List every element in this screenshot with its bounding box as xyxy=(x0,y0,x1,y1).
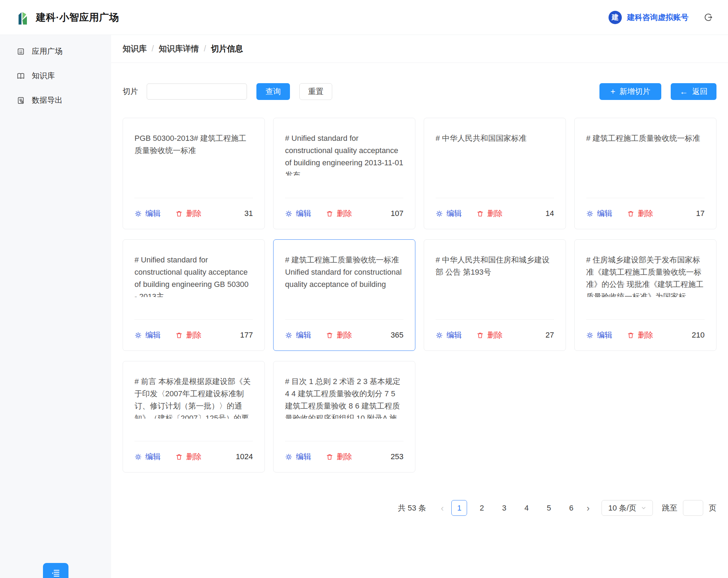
sidebar-item-app-plaza[interactable]: 应用广场 xyxy=(0,39,111,64)
sidebar: 应用广场 知识库 数据导出 xyxy=(0,35,111,578)
page-number[interactable]: 1 xyxy=(451,500,467,516)
delete-button[interactable]: 删除 xyxy=(476,330,503,340)
edit-button[interactable]: 编辑 xyxy=(134,330,161,340)
slice-search-input[interactable] xyxy=(147,84,247,100)
prev-page-button[interactable]: ‹ xyxy=(441,504,444,513)
slice-card[interactable]: # 前言 本标准是根据原建设部《关于印发〈2007年工程建设标准制订、修订计划（… xyxy=(123,361,265,472)
delete-button[interactable]: 删除 xyxy=(175,208,202,219)
edit-button[interactable]: 编辑 xyxy=(134,208,161,219)
account-chip[interactable]: 建 建科咨询虚拟账号 xyxy=(609,11,713,24)
app-title: 建科·小智应用广场 xyxy=(36,11,119,24)
gear-icon xyxy=(586,332,594,339)
page-number[interactable]: 5 xyxy=(544,504,553,513)
trash-icon xyxy=(627,210,634,217)
menu-fold-icon xyxy=(51,568,61,578)
edit-button[interactable]: 编辑 xyxy=(586,208,612,219)
delete-button[interactable]: 删除 xyxy=(627,208,653,219)
edit-button[interactable]: 编辑 xyxy=(436,330,462,340)
delete-button[interactable]: 删除 xyxy=(476,208,503,219)
page-size-select[interactable]: 10 条/页 xyxy=(602,500,653,516)
plus-icon: + xyxy=(610,87,615,96)
slice-count: 107 xyxy=(391,209,403,218)
page-unit-label: 页 xyxy=(709,503,716,513)
edit-button[interactable]: 编辑 xyxy=(134,451,161,462)
edit-button[interactable]: 编辑 xyxy=(285,208,311,219)
card-footer: 编辑 删除 107 xyxy=(285,198,403,229)
breadcrumb: 知识库 / 知识库详情 / 切片信息 xyxy=(111,35,728,63)
slice-text: # Unified standard for constructional qu… xyxy=(134,254,253,297)
slice-card[interactable]: # 建筑工程施工质量验收统一标准 编辑 删除 17 xyxy=(574,118,716,229)
user-name: 建科咨询虚拟账号 xyxy=(627,12,689,23)
gear-icon xyxy=(285,210,292,217)
delete-button[interactable]: 删除 xyxy=(175,451,202,462)
breadcrumb-kb-detail[interactable]: 知识库详情 xyxy=(159,43,199,54)
delete-button[interactable]: 删除 xyxy=(326,208,352,219)
delete-button[interactable]: 删除 xyxy=(326,330,352,340)
app-root: 建科·小智应用广场 建 建科咨询虚拟账号 应用广场 xyxy=(0,0,728,578)
slice-count: 31 xyxy=(245,209,253,218)
slice-card[interactable]: # 中华人民共和国住房和城乡建设部 公告 第193号 编辑 删除 27 xyxy=(424,239,566,351)
trash-icon xyxy=(175,332,183,339)
slice-card[interactable]: PGB 50300-2013# 建筑工程施工质量验收统一标准 编辑 删除 31 xyxy=(123,118,265,229)
slice-card[interactable]: # 中华人民共和国国家标准 编辑 删除 14 xyxy=(424,118,566,229)
gear-icon xyxy=(285,332,292,339)
gear-icon xyxy=(436,332,443,339)
card-footer: 编辑 删除 210 xyxy=(586,320,705,351)
avatar: 建 xyxy=(609,11,622,24)
gear-icon xyxy=(134,453,142,461)
sidebar-collapse-button[interactable] xyxy=(43,563,68,578)
breadcrumb-separator: / xyxy=(204,44,206,53)
slice-text: # 中华人民共和国国家标准 xyxy=(436,132,554,175)
slice-card[interactable]: # 目次 1 总则 2 术语 2 3 基本规定 4 4 建筑工程质量验收的划分 … xyxy=(273,361,415,472)
slice-card[interactable]: # 住房城乡建设部关于发布国家标准《建筑工程施工质量验收统一标准》的公告 现批准… xyxy=(574,239,716,351)
page-number[interactable]: 4 xyxy=(522,504,531,513)
sidebar-item-data-export[interactable]: 数据导出 xyxy=(0,88,111,113)
data-export-icon xyxy=(16,96,25,105)
page-number[interactable]: 3 xyxy=(500,504,509,513)
trash-icon xyxy=(627,332,634,339)
back-button[interactable]: ←返回 xyxy=(671,83,716,100)
breadcrumb-knowledge-base[interactable]: 知识库 xyxy=(123,43,147,54)
sidebar-item-label: 数据导出 xyxy=(32,95,63,106)
trash-icon xyxy=(326,210,333,217)
header: 建科·小智应用广场 建 建科咨询虚拟账号 xyxy=(0,0,728,35)
add-slice-button[interactable]: +新增切片 xyxy=(599,83,661,100)
slice-card[interactable]: # Unified standard for constructional qu… xyxy=(123,239,265,351)
page-number[interactable]: 6 xyxy=(567,504,576,513)
trash-icon xyxy=(175,210,183,217)
jump-to-label: 跳至 xyxy=(662,503,677,513)
card-footer: 编辑 删除 17 xyxy=(586,198,705,229)
slice-text: # 中华人民共和国住房和城乡建设部 公告 第193号 xyxy=(436,254,554,297)
delete-button[interactable]: 删除 xyxy=(326,451,352,462)
slice-text: # 前言 本标准是根据原建设部《关于印发〈2007年工程建设标准制订、修订计划（… xyxy=(134,375,253,419)
sidebar-item-label: 知识库 xyxy=(32,71,55,81)
edit-button[interactable]: 编辑 xyxy=(285,330,311,340)
page-number[interactable]: 2 xyxy=(477,504,486,513)
edit-button[interactable]: 编辑 xyxy=(586,330,612,340)
chevron-down-icon xyxy=(641,505,646,511)
gear-icon xyxy=(134,332,142,339)
edit-button[interactable]: 编辑 xyxy=(436,208,462,219)
toolbar: 切片 查询 重置 +新增切片 ←返回 xyxy=(111,83,728,100)
jump-page-input[interactable] xyxy=(683,500,703,516)
delete-button[interactable]: 删除 xyxy=(175,330,202,340)
card-footer: 编辑 删除 365 xyxy=(285,320,403,351)
delete-button[interactable]: 删除 xyxy=(627,330,653,340)
next-page-button[interactable]: › xyxy=(587,504,590,513)
edit-button[interactable]: 编辑 xyxy=(285,451,311,462)
slice-count: 14 xyxy=(546,209,554,218)
slice-count: 365 xyxy=(391,331,403,340)
trash-icon xyxy=(326,453,333,461)
logout-icon[interactable] xyxy=(703,13,713,22)
pagination: 共 53 条 ‹ 1 2 3 4 5 6 › 10 条/页 跳至 页 xyxy=(123,500,716,516)
slice-card[interactable]: # 建筑工程施工质量验收统一标准 Unified standard for co… xyxy=(273,239,415,351)
card-footer: 编辑 删除 14 xyxy=(436,198,554,229)
slice-filter-label: 切片 xyxy=(123,86,138,97)
query-button[interactable]: 查询 xyxy=(256,83,290,100)
reset-button[interactable]: 重置 xyxy=(299,83,332,100)
trash-icon xyxy=(175,453,183,461)
trash-icon xyxy=(476,332,484,339)
trash-icon xyxy=(326,332,333,339)
sidebar-item-knowledge-base[interactable]: 知识库 xyxy=(0,64,111,88)
slice-card[interactable]: # Unified standard for constructional qu… xyxy=(273,118,415,229)
